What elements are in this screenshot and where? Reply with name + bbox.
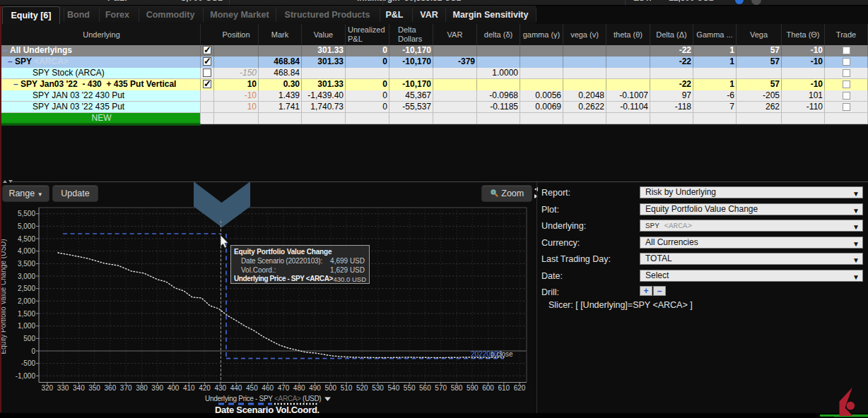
- svg-text:420: 420: [199, 384, 211, 392]
- svg-text:320: 320: [41, 384, 53, 392]
- svg-text:-500: -500: [21, 359, 35, 367]
- svg-text:3,500: 3,500: [18, 260, 35, 268]
- svg-text:430: 430: [214, 384, 226, 392]
- svg-text:510: 510: [341, 384, 353, 392]
- svg-text:0: 0: [31, 347, 35, 355]
- svg-text:610: 610: [498, 384, 510, 392]
- svg-text:330: 330: [57, 384, 69, 392]
- svg-text:5,000: 5,000: [18, 222, 35, 230]
- svg-text:480: 480: [293, 384, 305, 392]
- svg-text:520: 520: [356, 384, 368, 392]
- svg-text:500: 500: [324, 384, 336, 392]
- svg-text:-1,000: -1,000: [16, 372, 36, 380]
- svg-text:460: 460: [262, 384, 274, 392]
- svg-text:2,000: 2,000: [18, 297, 35, 305]
- svg-text:540: 540: [388, 384, 400, 392]
- svg-text:340: 340: [73, 384, 85, 392]
- svg-text:550: 550: [404, 384, 416, 392]
- svg-text:350: 350: [88, 384, 100, 392]
- svg-text:1,500: 1,500: [18, 310, 35, 318]
- svg-text:4,000: 4,000: [18, 247, 35, 255]
- svg-text:530: 530: [372, 384, 384, 392]
- svg-text:620: 620: [514, 384, 526, 392]
- svg-text:380: 380: [136, 384, 148, 392]
- svg-text:360: 360: [105, 384, 117, 392]
- svg-text:500: 500: [23, 335, 35, 342]
- svg-text:390: 390: [151, 384, 163, 392]
- svg-text:3,000: 3,000: [18, 273, 35, 280]
- svg-text:p.close: p.close: [491, 350, 513, 358]
- svg-text:410: 410: [183, 384, 195, 392]
- svg-text:590: 590: [467, 384, 479, 392]
- svg-text:570: 570: [435, 384, 447, 392]
- svg-text:600: 600: [482, 384, 494, 392]
- svg-text:450: 450: [246, 384, 258, 392]
- svg-text:2,500: 2,500: [18, 285, 35, 292]
- svg-text:Underlying Price - SPY <ARCA>: Underlying Price - SPY <ARCA> (USD): [205, 395, 321, 402]
- svg-text:5,500: 5,500: [18, 210, 35, 217]
- svg-text:440: 440: [230, 384, 242, 392]
- svg-text:470: 470: [278, 384, 290, 392]
- svg-text:1,000: 1,000: [18, 322, 35, 330]
- svg-text:370: 370: [120, 384, 132, 392]
- svg-text:560: 560: [419, 384, 431, 392]
- svg-text:490: 490: [309, 384, 321, 392]
- svg-text:4,500: 4,500: [18, 235, 35, 243]
- svg-text:400: 400: [168, 384, 180, 392]
- svg-text:580: 580: [451, 384, 463, 392]
